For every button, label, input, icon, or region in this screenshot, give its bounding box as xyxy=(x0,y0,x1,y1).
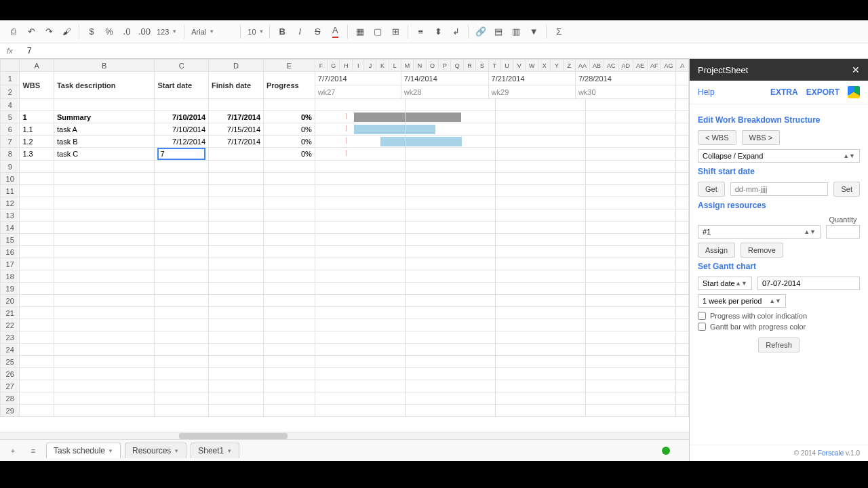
col-header[interactable]: E xyxy=(264,60,315,72)
cell[interactable] xyxy=(155,246,209,258)
row-header[interactable]: 23 xyxy=(1,331,20,344)
font-name-dropdown[interactable]: Arial▼ xyxy=(189,24,236,40)
cell[interactable] xyxy=(209,344,264,356)
all-sheets-button[interactable]: ≡ xyxy=(26,443,41,458)
row-header[interactable]: 7 xyxy=(1,136,20,148)
wbs-indent-button[interactable]: WBS > xyxy=(742,130,781,145)
cell[interactable] xyxy=(209,307,264,319)
cell[interactable]: 0% xyxy=(264,123,315,136)
row-header[interactable]: 13 xyxy=(1,209,20,222)
cell[interactable] xyxy=(54,270,154,283)
col-header[interactable]: AB xyxy=(589,60,604,72)
cell[interactable] xyxy=(20,161,54,173)
wbs-outdent-button[interactable]: < WBS xyxy=(698,130,736,145)
row-header[interactable]: 11 xyxy=(1,185,20,197)
cell[interactable] xyxy=(54,185,154,197)
cell[interactable] xyxy=(54,222,154,234)
shift-date-input[interactable] xyxy=(730,182,829,196)
row-header[interactable]: 16 xyxy=(1,246,20,258)
col-header[interactable]: K xyxy=(376,60,389,72)
cell[interactable] xyxy=(264,209,315,222)
cell[interactable]: 0% xyxy=(264,148,315,161)
cell[interactable] xyxy=(209,380,264,392)
refresh-button[interactable]: Refresh xyxy=(758,338,800,352)
cell[interactable] xyxy=(54,258,154,270)
cell[interactable] xyxy=(209,258,264,270)
cell[interactable] xyxy=(155,405,209,417)
cell[interactable] xyxy=(209,319,264,331)
row-header[interactable]: 9 xyxy=(1,161,20,173)
cell[interactable]: 7/17/2014 xyxy=(209,111,264,123)
sheet-tab[interactable]: Sheet1▼ xyxy=(191,443,239,458)
cell[interactable] xyxy=(264,392,315,405)
cell[interactable]: 1.3 xyxy=(20,148,54,161)
cell[interactable] xyxy=(54,380,154,392)
undo-icon[interactable]: ↶ xyxy=(23,24,39,40)
wrap-icon[interactable]: ↲ xyxy=(448,24,464,40)
cell[interactable] xyxy=(209,173,264,185)
gantt-period-select[interactable]: 1 week per period▲▼ xyxy=(698,294,786,308)
chart-icon[interactable]: ▥ xyxy=(508,24,524,40)
cell[interactable] xyxy=(209,209,264,222)
cell[interactable] xyxy=(155,319,209,331)
cell[interactable]: 0% xyxy=(264,111,315,123)
link-icon[interactable]: 🔗 xyxy=(473,24,489,40)
cell[interactable] xyxy=(54,356,154,368)
cell[interactable] xyxy=(209,392,264,405)
extra-link[interactable]: EXTRA xyxy=(770,87,798,97)
col-header[interactable]: AA xyxy=(575,60,589,72)
cell[interactable] xyxy=(209,161,264,173)
cell[interactable] xyxy=(20,283,54,295)
cell[interactable] xyxy=(54,197,154,209)
percent-icon[interactable]: % xyxy=(101,24,117,40)
cell[interactable]: Summary xyxy=(54,111,154,123)
cell[interactable] xyxy=(20,173,54,185)
help-link[interactable]: Help xyxy=(698,87,715,97)
cell[interactable]: task C xyxy=(54,148,154,161)
cell[interactable] xyxy=(54,234,154,246)
gantt-bar-color-checkbox[interactable]: Gantt bar with progress color xyxy=(698,323,860,331)
cell[interactable] xyxy=(264,258,315,270)
cell[interactable] xyxy=(20,197,54,209)
cell[interactable] xyxy=(54,368,154,380)
add-sheet-button[interactable]: + xyxy=(5,443,20,458)
cell[interactable] xyxy=(20,392,54,405)
fill-color-icon[interactable]: ▦ xyxy=(352,24,368,40)
col-header[interactable]: D xyxy=(209,60,264,72)
col-header[interactable]: AC xyxy=(604,60,618,72)
cell[interactable] xyxy=(155,380,209,392)
cell[interactable]: task B xyxy=(54,136,154,148)
cell[interactable] xyxy=(209,246,264,258)
cell[interactable] xyxy=(54,392,154,405)
col-header[interactable]: P xyxy=(439,60,451,72)
collapse-expand-select[interactable]: Collapse / Expand▲▼ xyxy=(698,149,860,163)
cell[interactable] xyxy=(264,185,315,197)
cell[interactable] xyxy=(209,222,264,234)
cell[interactable] xyxy=(264,161,315,173)
cell[interactable] xyxy=(20,344,54,356)
cell[interactable] xyxy=(209,368,264,380)
cell[interactable] xyxy=(155,392,209,405)
cell[interactable] xyxy=(155,331,209,344)
get-date-button[interactable]: Get xyxy=(698,182,725,197)
cell[interactable] xyxy=(264,380,315,392)
cell[interactable] xyxy=(209,197,264,209)
cell[interactable] xyxy=(264,197,315,209)
cell[interactable] xyxy=(264,319,315,331)
text-color-icon[interactable]: A xyxy=(327,24,343,40)
cell[interactable]: 7/10/2014 xyxy=(155,111,209,123)
cell[interactable] xyxy=(264,173,315,185)
cell[interactable]: 1.2 xyxy=(20,136,54,148)
functions-icon[interactable]: Σ xyxy=(551,24,567,40)
col-header[interactable]: A xyxy=(20,60,54,72)
cell[interactable] xyxy=(20,209,54,222)
cell[interactable] xyxy=(20,356,54,368)
cell[interactable] xyxy=(20,307,54,319)
cell[interactable]: 7/12/2014 xyxy=(155,136,209,148)
row-header[interactable]: 24 xyxy=(1,344,20,356)
col-header[interactable]: H xyxy=(340,60,352,72)
resource-select[interactable]: #1▲▼ xyxy=(698,225,821,239)
row-header[interactable]: 8 xyxy=(1,148,20,161)
cell[interactable] xyxy=(54,99,154,111)
cell[interactable] xyxy=(54,209,154,222)
